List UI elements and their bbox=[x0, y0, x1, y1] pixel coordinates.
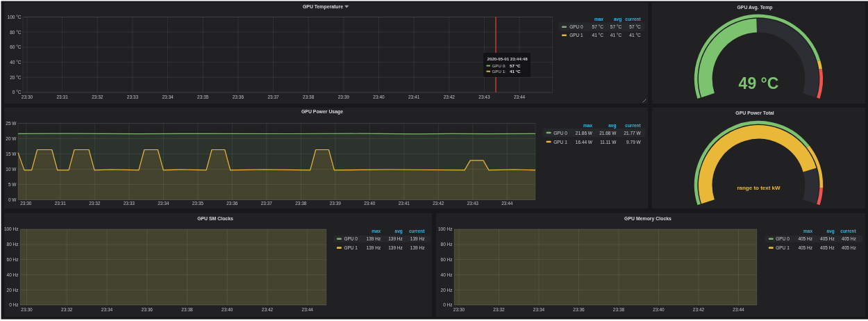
svg-text:60 °C: 60 °C bbox=[10, 44, 22, 49]
svg-text:23:38: 23:38 bbox=[303, 94, 315, 99]
svg-text:21.86 W: 21.86 W bbox=[576, 131, 593, 135]
svg-text:41 °C: 41 °C bbox=[592, 33, 604, 38]
svg-text:40 °C: 40 °C bbox=[10, 60, 22, 65]
svg-text:GPU Power Total: GPU Power Total bbox=[735, 110, 774, 115]
svg-text:49 °C: 49 °C bbox=[739, 74, 779, 92]
svg-text:23:34: 23:34 bbox=[101, 307, 113, 312]
svg-text:405 Hz: 405 Hz bbox=[842, 236, 856, 241]
svg-text:23:41: 23:41 bbox=[408, 94, 420, 99]
svg-text:max: max bbox=[583, 123, 592, 128]
svg-text:100 °C: 100 °C bbox=[8, 15, 22, 19]
svg-text:GPU 0: GPU 0 bbox=[776, 236, 790, 241]
svg-text:GPU 0:: GPU 0: bbox=[492, 63, 507, 68]
svg-text:23:39: 23:39 bbox=[338, 94, 350, 99]
svg-text:15 W: 15 W bbox=[6, 151, 17, 156]
svg-text:23:34: 23:34 bbox=[162, 94, 174, 99]
svg-text:23:35: 23:35 bbox=[192, 201, 204, 206]
svg-text:23:38: 23:38 bbox=[181, 307, 193, 312]
svg-text:139 Hz: 139 Hz bbox=[410, 236, 425, 241]
svg-text:23:30: 23:30 bbox=[21, 307, 33, 312]
svg-text:139 Hz: 139 Hz bbox=[367, 245, 381, 250]
svg-text:139 Hz: 139 Hz bbox=[388, 236, 403, 241]
svg-text:GPU Avg. Temp: GPU Avg. Temp bbox=[737, 5, 772, 10]
svg-text:60 Hz: 60 Hz bbox=[441, 257, 453, 262]
svg-text:23:44: 23:44 bbox=[302, 307, 314, 312]
svg-text:avg: avg bbox=[395, 229, 403, 234]
svg-text:21.77 W: 21.77 W bbox=[624, 131, 641, 135]
svg-text:23:42: 23:42 bbox=[262, 307, 274, 312]
svg-text:avg: avg bbox=[608, 123, 616, 129]
svg-text:100 Hz: 100 Hz bbox=[4, 227, 19, 231]
svg-text:23:36: 23:36 bbox=[226, 201, 238, 206]
svg-text:60 Hz: 60 Hz bbox=[7, 257, 19, 262]
svg-text:21.68 W: 21.68 W bbox=[599, 131, 617, 135]
svg-text:11.11 W: 11.11 W bbox=[600, 140, 617, 145]
svg-text:80 °C: 80 °C bbox=[10, 30, 22, 35]
svg-text:23:32: 23:32 bbox=[493, 307, 505, 312]
svg-text:23:38: 23:38 bbox=[295, 201, 307, 206]
svg-text:100 Hz: 100 Hz bbox=[438, 227, 453, 231]
svg-text:10 W: 10 W bbox=[6, 167, 17, 172]
svg-text:max: max bbox=[372, 229, 381, 233]
svg-text:405 Hz: 405 Hz bbox=[820, 245, 835, 250]
svg-text:23:40: 23:40 bbox=[222, 307, 233, 312]
svg-text:23:34: 23:34 bbox=[533, 307, 545, 312]
svg-text:avg: avg bbox=[826, 229, 834, 234]
svg-text:23:36: 23:36 bbox=[142, 307, 153, 312]
svg-text:GPU Power Usage: GPU Power Usage bbox=[301, 109, 343, 115]
svg-text:20 Hz: 20 Hz bbox=[7, 288, 19, 293]
svg-text:16.44 W: 16.44 W bbox=[576, 140, 593, 145]
svg-text:23:38: 23:38 bbox=[613, 307, 625, 312]
svg-text:GPU 1:: GPU 1: bbox=[492, 69, 507, 74]
svg-text:23:30: 23:30 bbox=[453, 307, 465, 312]
svg-text:80 Hz: 80 Hz bbox=[7, 242, 19, 247]
svg-text:current: current bbox=[625, 17, 641, 22]
svg-text:139 Hz: 139 Hz bbox=[410, 245, 425, 250]
svg-text:GPU 0: GPU 0 bbox=[569, 24, 583, 29]
svg-text:80 Hz: 80 Hz bbox=[441, 242, 453, 247]
svg-text:GPU 0: GPU 0 bbox=[553, 131, 567, 135]
svg-text:0 °C: 0 °C bbox=[12, 90, 22, 94]
svg-text:5 W: 5 W bbox=[8, 182, 17, 187]
svg-text:40 Hz: 40 Hz bbox=[441, 272, 453, 277]
svg-text:20 Hz: 20 Hz bbox=[441, 288, 453, 293]
svg-text:139 Hz: 139 Hz bbox=[388, 245, 403, 250]
svg-text:range to text kW: range to text kW bbox=[737, 185, 781, 191]
svg-text:41 °C: 41 °C bbox=[510, 69, 521, 74]
svg-text:23:32: 23:32 bbox=[92, 94, 103, 99]
svg-text:GPU 1: GPU 1 bbox=[776, 245, 790, 250]
svg-text:57 °C: 57 °C bbox=[629, 24, 641, 29]
svg-text:25 W: 25 W bbox=[6, 121, 17, 126]
svg-text:GPU SM Clocks: GPU SM Clocks bbox=[197, 216, 233, 221]
svg-text:current: current bbox=[409, 229, 425, 233]
svg-text:23:31: 23:31 bbox=[57, 94, 69, 99]
svg-text:23:41: 23:41 bbox=[399, 201, 410, 206]
svg-text:23:32: 23:32 bbox=[89, 201, 101, 206]
svg-text:23:44: 23:44 bbox=[733, 307, 744, 312]
svg-text:20 °C: 20 °C bbox=[10, 75, 22, 80]
svg-text:23:39: 23:39 bbox=[330, 201, 342, 206]
svg-text:57 °C: 57 °C bbox=[510, 63, 521, 68]
svg-text:41 °C: 41 °C bbox=[629, 33, 641, 38]
svg-text:139 Hz: 139 Hz bbox=[367, 236, 381, 241]
svg-text:23:44: 23:44 bbox=[514, 94, 526, 99]
svg-text:40 Hz: 40 Hz bbox=[7, 272, 19, 277]
svg-text:23:35: 23:35 bbox=[197, 94, 209, 99]
svg-text:23:34: 23:34 bbox=[158, 201, 169, 206]
svg-text:GPU 0: GPU 0 bbox=[344, 236, 358, 241]
svg-text:405 Hz: 405 Hz bbox=[798, 236, 812, 241]
svg-text:23:33: 23:33 bbox=[124, 201, 135, 206]
svg-text:23:42: 23:42 bbox=[433, 201, 444, 206]
svg-text:23:40: 23:40 bbox=[373, 94, 385, 99]
svg-text:23:40: 23:40 bbox=[653, 307, 665, 312]
svg-text:405 Hz: 405 Hz bbox=[820, 236, 835, 241]
svg-text:23:42: 23:42 bbox=[444, 94, 456, 99]
svg-text:current: current bbox=[840, 229, 856, 233]
svg-text:23:36: 23:36 bbox=[233, 94, 244, 99]
svg-text:57 °C: 57 °C bbox=[610, 24, 622, 29]
svg-text:GPU 1: GPU 1 bbox=[553, 140, 567, 145]
svg-text:0 Hz: 0 Hz bbox=[9, 302, 18, 307]
svg-text:23:30: 23:30 bbox=[22, 94, 33, 99]
svg-text:23:44: 23:44 bbox=[501, 201, 513, 206]
svg-text:23:31: 23:31 bbox=[55, 201, 67, 206]
